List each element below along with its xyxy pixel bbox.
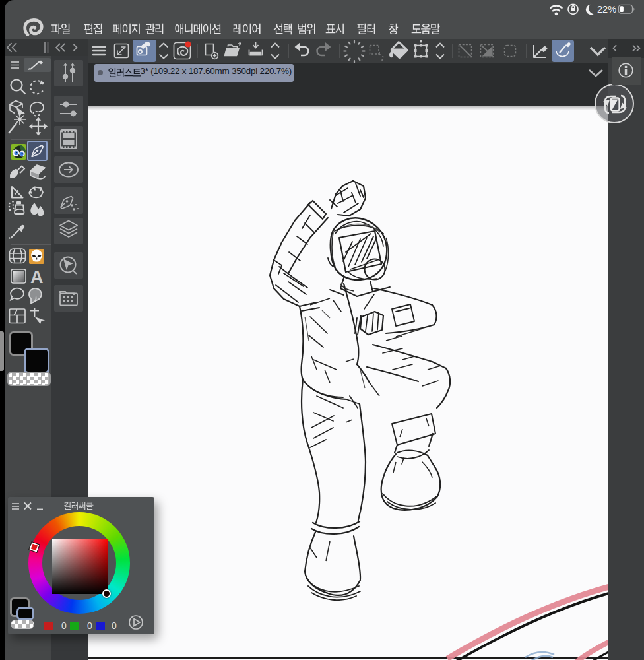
svg-text:22%: 22% xyxy=(597,4,616,15)
svg-text:A: A xyxy=(30,267,44,287)
